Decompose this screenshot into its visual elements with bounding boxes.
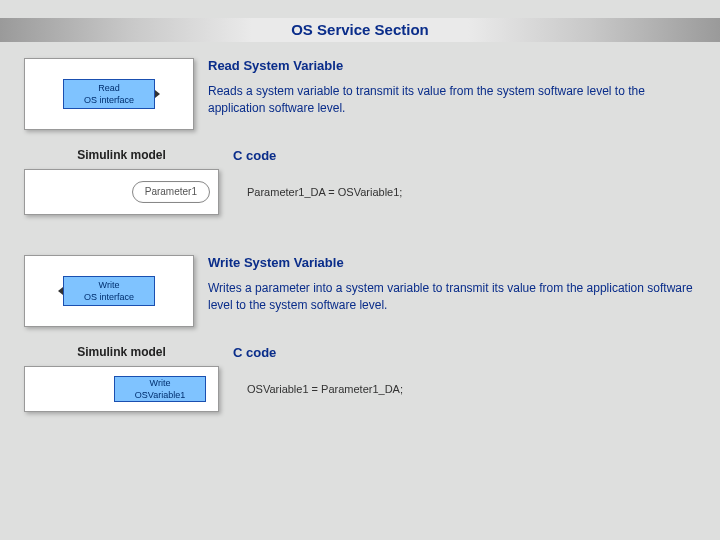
output-port-icon xyxy=(155,90,160,98)
write-os-interface-block: Write OS interface xyxy=(63,276,155,306)
write-heading: Write System Variable xyxy=(208,255,694,270)
simulink-model-label: Simulink model xyxy=(24,345,219,360)
read-simulink-diagram: Parameter1 xyxy=(24,169,219,215)
input-port-icon xyxy=(58,287,63,295)
read-heading: Read System Variable xyxy=(208,58,694,73)
write-section: Write OS interface Write System Variable… xyxy=(0,255,720,327)
c-code-label: C code xyxy=(219,148,276,163)
block-label-line1: Read xyxy=(98,82,120,94)
write-description: Writes a parameter into a system variabl… xyxy=(208,280,694,314)
read-section: Read OS interface Read System Variable R… xyxy=(0,58,720,130)
read-diagram: Read OS interface xyxy=(24,58,194,130)
write-sub-labels: Simulink model C code xyxy=(0,345,720,360)
write-diagram: Write OS interface xyxy=(24,255,194,327)
simulink-model-label: Simulink model xyxy=(24,148,219,163)
read-code-row: Parameter1 Parameter1_DA = OSVariable1; xyxy=(0,169,720,215)
read-sub-labels: Simulink model C code xyxy=(0,148,720,163)
c-code-label: C code xyxy=(219,345,276,360)
block-label-line1: Write xyxy=(150,377,171,389)
write-code-text: OSVariable1 = Parameter1_DA; xyxy=(233,383,403,395)
write-osvariable1-block: Write OSVariable1 xyxy=(114,376,206,402)
block-label-line2: OSVariable1 xyxy=(135,389,185,401)
block-label-line2: OS interface xyxy=(84,94,134,106)
block-label-line1: Write xyxy=(99,279,120,291)
read-description: Reads a system variable to transmit its … xyxy=(208,83,694,117)
read-os-interface-block: Read OS interface xyxy=(63,79,155,109)
read-code-text: Parameter1_DA = OSVariable1; xyxy=(233,186,402,198)
block-label-line2: OS interface xyxy=(84,291,134,303)
page-title: OS Service Section xyxy=(0,18,720,42)
write-code-row: Write OSVariable1 OSVariable1 = Paramete… xyxy=(0,366,720,412)
parameter1-block: Parameter1 xyxy=(132,181,210,203)
write-simulink-diagram: Write OSVariable1 xyxy=(24,366,219,412)
